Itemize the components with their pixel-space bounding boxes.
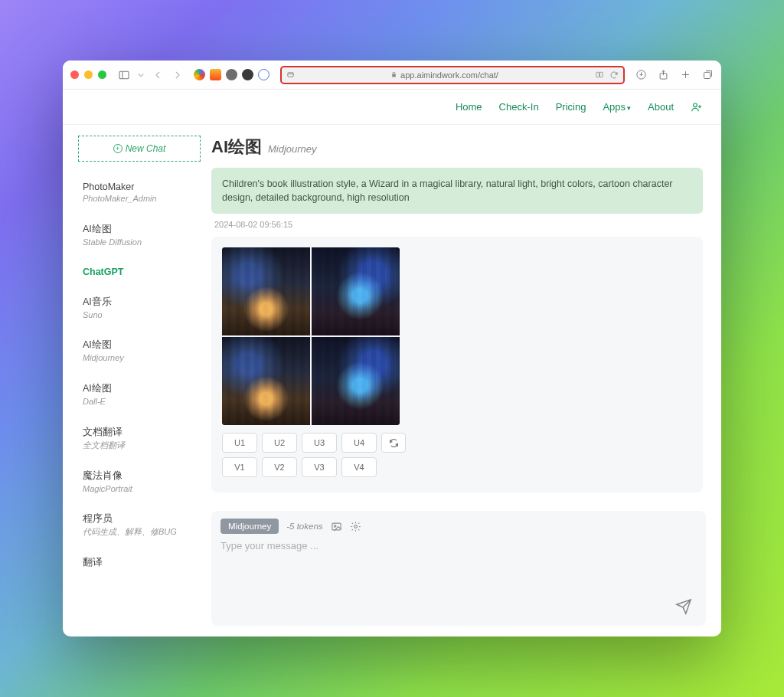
new-tab-icon[interactable] [680, 69, 691, 80]
reload-icon[interactable] [609, 70, 619, 80]
u1-button[interactable]: U1 [222, 433, 257, 453]
sidebar-item[interactable]: AI音乐 Suno [78, 286, 201, 330]
nav-apps[interactable]: Apps▾ [603, 101, 631, 113]
generated-image-3[interactable] [222, 337, 310, 425]
extension-icon[interactable] [258, 69, 270, 80]
u3-button[interactable]: U3 [302, 433, 337, 453]
sidebar-item-sub: 全文档翻译 [83, 440, 196, 451]
sidebar-item-title: ChatGPT [83, 267, 196, 277]
nav-apps-label: Apps [603, 101, 626, 113]
sidebar-item[interactable]: 魔法肖像 MagicPortrait [78, 460, 201, 504]
window-controls [70, 70, 106, 79]
refresh-icon [389, 438, 399, 448]
page: Home Check-In Pricing Apps▾ About + New … [63, 90, 721, 636]
image-grid[interactable] [222, 247, 400, 425]
svg-rect-8 [704, 72, 710, 78]
result-card: U1 U2 U3 U4 V1 V2 V3 V4 [211, 237, 703, 492]
sidebar-item-sub: PhotoMaker_Admin [83, 194, 196, 205]
sidebar-item[interactable]: 文档翻译 全文档翻译 [78, 417, 201, 460]
close-window[interactable] [70, 70, 79, 79]
chat-title: AI绘图 Midjourney [211, 136, 706, 159]
sidebar-toggle-icon[interactable] [117, 68, 131, 82]
reroll-button[interactable] [381, 433, 406, 453]
sidebar-item-sub: MagicPortrait [83, 484, 196, 495]
sidebar-item-title: 程序员 [83, 512, 196, 525]
sidebar-item-active[interactable]: ChatGPT [78, 257, 201, 286]
share-icon[interactable] [658, 69, 669, 80]
tabs-icon[interactable] [702, 69, 714, 80]
extension-icon[interactable] [194, 69, 205, 80]
sidebar-item-title: 翻译 [83, 556, 196, 569]
nav-pricing[interactable]: Pricing [556, 101, 586, 113]
send-button[interactable] [675, 598, 692, 615]
chat-subtitle: Midjourney [268, 143, 317, 155]
new-chat-button[interactable]: + New Chat [78, 136, 201, 162]
generated-image-4[interactable] [312, 337, 400, 425]
minimize-window[interactable] [84, 70, 93, 79]
model-chip[interactable]: Midjourney [220, 519, 279, 534]
chevron-down-icon[interactable] [137, 68, 145, 82]
image-icon[interactable] [331, 521, 342, 532]
sidebar-item-sub: Stable Diffusion [83, 237, 196, 248]
sidebar-item-title: AI音乐 [83, 296, 196, 309]
sidebar-item[interactable]: AI绘图 Dall-E [78, 373, 201, 417]
v3-button[interactable]: V3 [302, 457, 337, 477]
nav-home[interactable]: Home [456, 101, 482, 113]
gear-icon[interactable] [350, 521, 361, 532]
lock-icon [390, 71, 397, 78]
sidebar: + New Chat PhotoMaker PhotoMaker_Admin A… [78, 136, 201, 636]
svg-point-11 [334, 525, 336, 527]
u4-button[interactable]: U4 [341, 433, 377, 453]
extension-icon[interactable] [210, 69, 221, 80]
website-settings-icon [286, 70, 295, 79]
u2-button[interactable]: U2 [262, 433, 297, 453]
svg-rect-5 [599, 72, 603, 77]
sidebar-item[interactable]: 翻译 [78, 547, 201, 578]
sidebar-item-title: 文档翻译 [83, 426, 196, 439]
svg-point-9 [694, 103, 697, 107]
v2-button[interactable]: V2 [262, 457, 297, 477]
add-user-icon[interactable] [691, 101, 703, 113]
sidebar-item[interactable]: PhotoMaker PhotoMaker_Admin [78, 172, 201, 214]
downloads-icon[interactable] [635, 69, 647, 80]
zoom-window[interactable] [98, 70, 106, 79]
sidebar-item-sub: Suno [83, 310, 196, 321]
sidebar-item-title: 魔法肖像 [83, 470, 196, 483]
upscale-row: U1 U2 U3 U4 [222, 433, 692, 453]
sidebar-item-sub: Midjourney [83, 353, 196, 364]
svg-rect-4 [596, 72, 599, 77]
extension-icon[interactable] [242, 69, 253, 80]
message-input[interactable] [220, 540, 697, 618]
nav-checkin[interactable]: Check-In [499, 101, 539, 113]
svg-point-12 [354, 525, 357, 528]
svg-rect-2 [288, 73, 293, 77]
generated-image-2[interactable] [312, 247, 400, 335]
extension-icon[interactable] [226, 69, 237, 80]
back-icon[interactable] [151, 68, 165, 82]
address-bar[interactable]: app.aimindwork.com/chat/ [280, 66, 625, 84]
token-cost: -5 tokens [286, 522, 322, 531]
svg-rect-0 [119, 71, 129, 78]
generated-image-1[interactable] [222, 247, 310, 335]
message-scroll[interactable]: Children's book illustration style, a Wi… [211, 168, 706, 502]
sidebar-item-sub: Dall-E [83, 397, 196, 407]
browser-toolbar: app.aimindwork.com/chat/ [63, 61, 721, 90]
sidebar-item[interactable]: AI绘图 Midjourney [78, 329, 201, 373]
timestamp: 2024-08-02 09:56:15 [214, 220, 703, 229]
nav-about[interactable]: About [648, 101, 674, 113]
sidebar-item[interactable]: 程序员 代码生成、解释、修BUG [78, 503, 201, 547]
sidebar-item-title: PhotoMaker [83, 182, 196, 192]
user-prompt: Children's book illustration style, a Wi… [211, 168, 703, 214]
main: AI绘图 Midjourney Children's book illustra… [211, 136, 706, 636]
plus-icon: + [113, 144, 122, 153]
variation-row: V1 V2 V3 V4 [222, 457, 692, 477]
sidebar-item-title: AI绘图 [83, 382, 196, 395]
extensions [194, 69, 270, 80]
sidebar-item[interactable]: AI绘图 Stable Diffusion [78, 214, 201, 257]
forward-icon[interactable] [171, 68, 185, 82]
content: + New Chat PhotoMaker PhotoMaker_Admin A… [63, 125, 721, 636]
reader-icon[interactable] [594, 70, 605, 79]
v1-button[interactable]: V1 [222, 457, 257, 477]
url-text: app.aimindwork.com/chat/ [400, 70, 498, 80]
v4-button[interactable]: V4 [341, 457, 377, 477]
